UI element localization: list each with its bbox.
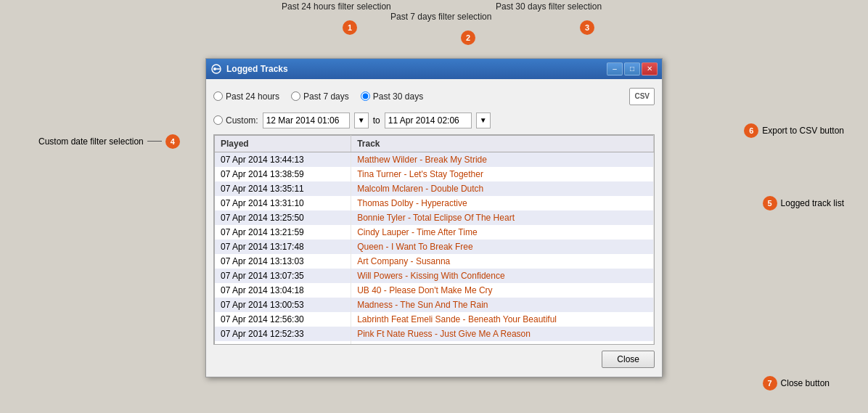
played-cell: 07 Apr 2014 13:13:03 xyxy=(215,254,351,269)
played-cell: 07 Apr 2014 13:44:13 xyxy=(215,152,351,167)
track-cell: Pink Ft Nate Ruess - Just Give Me A Reas… xyxy=(351,327,654,341)
annotation-bubble-5: 5 xyxy=(763,196,777,210)
table-row[interactable]: 07 Apr 2014 13:38:59Tina Turner - Let's … xyxy=(215,167,654,181)
played-cell: 07 Apr 2014 13:25:50 xyxy=(215,210,351,225)
played-cell: 07 Apr 2014 13:38:59 xyxy=(215,167,351,181)
track-cell: The 1975 - Chocolate xyxy=(351,341,654,345)
past7-label: Past 7 days xyxy=(303,91,349,102)
table-row[interactable]: 07 Apr 2014 13:04:18UB 40 - Please Don't… xyxy=(215,283,654,298)
table-row[interactable]: 07 Apr 2014 12:52:33Pink Ft Nate Ruess -… xyxy=(215,327,654,341)
minimize-button[interactable]: – xyxy=(607,62,623,75)
titlebar-controls: – □ ✕ xyxy=(607,62,658,75)
past24-filter[interactable]: Past 24 hours xyxy=(213,91,279,102)
track-cell: Madness - The Sun And The Rain xyxy=(351,298,654,312)
custom-radio[interactable] xyxy=(213,115,223,125)
past7-radio[interactable] xyxy=(291,91,300,101)
ann1-label: Past 24 hours filter selection xyxy=(282,1,391,12)
table-row[interactable]: 07 Apr 2014 13:07:35Will Powers - Kissin… xyxy=(215,269,654,283)
date-from-input[interactable] xyxy=(263,113,350,128)
track-table-container[interactable]: Played Track 07 Apr 2014 13:44:13Matthew… xyxy=(213,134,655,345)
close-button[interactable]: Close xyxy=(602,351,655,368)
table-row[interactable]: 07 Apr 2014 13:00:53Madness - The Sun An… xyxy=(215,298,654,312)
past24-radio[interactable] xyxy=(213,91,223,101)
past24-label: Past 24 hours xyxy=(226,91,279,102)
played-cell: 07 Apr 2014 13:17:48 xyxy=(215,240,351,254)
track-cell: Art Company - Susanna xyxy=(351,254,654,269)
track-cell: Malcolm Mclaren - Double Dutch xyxy=(351,181,654,196)
past30-radio[interactable] xyxy=(361,91,370,101)
past30-label: Past 30 days xyxy=(373,91,423,102)
date-from-picker[interactable]: ▼ xyxy=(354,113,369,128)
titlebar: Logged Tracks – □ ✕ xyxy=(206,59,662,79)
track-cell: Bonnie Tyler - Total Eclipse Of The Hear… xyxy=(351,210,654,225)
track-cell: Queen - I Want To Break Free xyxy=(351,240,654,254)
track-cell: UB 40 - Please Don't Make Me Cry xyxy=(351,283,654,298)
table-row[interactable]: 07 Apr 2014 13:13:03Art Company - Susann… xyxy=(215,254,654,269)
track-cell: Cindy Lauper - Time After Time xyxy=(351,225,654,240)
played-cell: 07 Apr 2014 13:21:59 xyxy=(215,225,351,240)
track-table: Played Track 07 Apr 2014 13:44:13Matthew… xyxy=(214,135,654,345)
played-cell: 07 Apr 2014 13:04:18 xyxy=(215,283,351,298)
track-cell: Will Powers - Kissing With Confidence xyxy=(351,269,654,283)
past7-filter[interactable]: Past 7 days xyxy=(291,91,349,102)
window-content: Past 24 hours Past 7 days Past 30 days C… xyxy=(206,79,662,377)
table-row[interactable]: 07 Apr 2014 13:35:11Malcolm Mclaren - Do… xyxy=(215,181,654,196)
ann4-label: Custom date filter selection xyxy=(38,136,144,147)
col-played-header: Played xyxy=(215,135,351,152)
played-cell: 07 Apr 2014 12:48:52 xyxy=(215,341,351,345)
date-to-input[interactable] xyxy=(385,113,472,128)
annotation-bubble-6: 6 xyxy=(744,123,758,138)
bottom-row: Close xyxy=(213,351,655,371)
played-cell: 07 Apr 2014 13:07:35 xyxy=(215,269,351,283)
past30-filter[interactable]: Past 30 days xyxy=(361,91,423,102)
annotation-bubble-7: 7 xyxy=(763,376,777,390)
col-track-header: Track xyxy=(351,135,654,152)
table-row[interactable]: 07 Apr 2014 13:21:59Cindy Lauper - Time … xyxy=(215,225,654,240)
played-cell: 07 Apr 2014 13:35:11 xyxy=(215,181,351,196)
ann5-label: Logged track list xyxy=(781,198,844,208)
track-cell: Tina Turner - Let's Stay Together xyxy=(351,167,654,181)
track-cell: Labrinth Feat Emeli Sande - Beneath Your… xyxy=(351,312,654,327)
date-to-picker[interactable]: ▼ xyxy=(476,113,491,128)
custom-label: Custom: xyxy=(226,115,258,126)
svg-point-1 xyxy=(213,68,216,70)
annotation-bubble-1: 1 xyxy=(343,20,357,35)
track-cell: Matthew Wilder - Break My Stride xyxy=(351,152,654,167)
played-cell: 07 Apr 2014 13:00:53 xyxy=(215,298,351,312)
export-csv-button[interactable]: CSV xyxy=(629,88,655,105)
app-icon xyxy=(210,63,222,75)
played-cell: 07 Apr 2014 12:56:30 xyxy=(215,312,351,327)
annotation-bubble-3: 3 xyxy=(580,20,594,35)
filter-row: Past 24 hours Past 7 days Past 30 days C… xyxy=(213,85,655,108)
to-label: to xyxy=(373,115,380,126)
table-row[interactable]: 07 Apr 2014 13:17:48Queen - I Want To Br… xyxy=(215,240,654,254)
ann2-label: Past 7 days filter selection xyxy=(390,12,491,22)
played-cell: 07 Apr 2014 13:31:10 xyxy=(215,196,351,210)
table-row[interactable]: 07 Apr 2014 13:44:13Matthew Wilder - Bre… xyxy=(215,152,654,167)
ann7-label: Close button xyxy=(781,378,830,388)
logged-tracks-window: Logged Tracks – □ ✕ Past 24 hours Past 7… xyxy=(205,58,663,377)
table-row[interactable]: 07 Apr 2014 13:31:10Thomas Dolby - Hyper… xyxy=(215,196,654,210)
table-row[interactable]: 07 Apr 2014 12:56:30Labrinth Feat Emeli … xyxy=(215,312,654,327)
annotation-bubble-2: 2 xyxy=(461,30,475,45)
titlebar-close-button[interactable]: ✕ xyxy=(642,62,658,75)
custom-filter[interactable]: Custom: xyxy=(213,115,258,126)
ann6-label: Export to CSV button xyxy=(762,126,844,136)
annotation-bubble-4: 4 xyxy=(165,134,180,149)
table-row[interactable]: 07 Apr 2014 13:25:50Bonnie Tyler - Total… xyxy=(215,210,654,225)
window-title: Logged Tracks xyxy=(226,64,288,74)
ann3-label: Past 30 days filter selection xyxy=(496,1,602,12)
custom-date-row: Custom: ▼ to ▼ xyxy=(213,113,655,128)
table-row[interactable]: 07 Apr 2014 12:48:52The 1975 - Chocolate xyxy=(215,341,654,345)
track-cell: Thomas Dolby - Hyperactive xyxy=(351,196,654,210)
maximize-button[interactable]: □ xyxy=(624,62,640,75)
played-cell: 07 Apr 2014 12:52:33 xyxy=(215,327,351,341)
